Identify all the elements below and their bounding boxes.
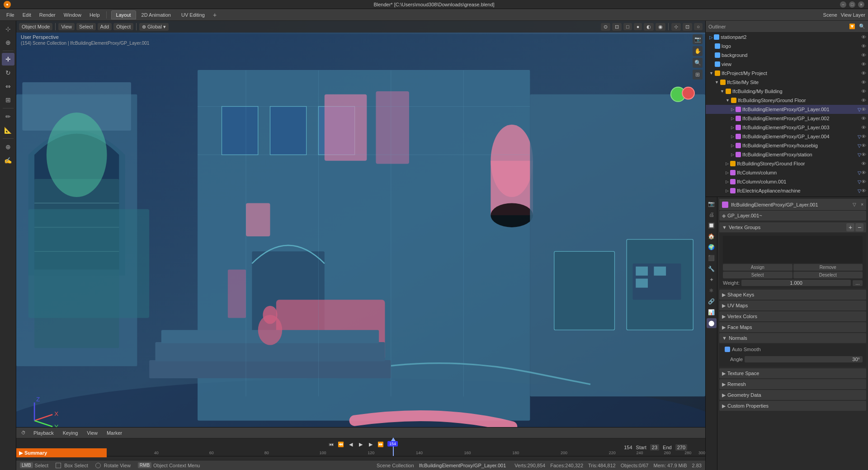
prop-tab-render[interactable]: 📷 bbox=[707, 199, 717, 209]
obj-props-close-btn[interactable]: × bbox=[861, 202, 863, 207]
tool-scale[interactable]: ⇔ bbox=[2, 80, 14, 93]
outliner-item-column001[interactable]: ▷ IfcColumn/column.001 ▽ 👁 bbox=[706, 177, 868, 186]
eye-column001[interactable]: 👁 bbox=[861, 179, 866, 184]
playback-btn[interactable]: Playback bbox=[31, 429, 57, 437]
texture-space-header[interactable]: ▶ Texture Space bbox=[719, 368, 866, 378]
menu-help[interactable]: Help bbox=[86, 11, 104, 19]
gp-filter-icon[interactable]: ▽ bbox=[853, 202, 856, 207]
tab-2d-animation[interactable]: 2D Animation bbox=[137, 10, 176, 19]
keying-btn[interactable]: Keying bbox=[60, 429, 81, 437]
prop-tab-world[interactable]: 🌍 bbox=[707, 242, 717, 252]
viewport-object-btn[interactable]: Object bbox=[113, 23, 133, 30]
next-frame-btn[interactable]: ▶ bbox=[367, 440, 375, 448]
play-btn[interactable]: ▶ bbox=[357, 440, 365, 448]
viewport-view-btn[interactable]: View bbox=[58, 23, 75, 30]
play-start-btn[interactable]: ⏮ bbox=[327, 440, 335, 448]
eye-housebig[interactable]: 👁 bbox=[861, 143, 866, 148]
prop-tab-scene[interactable]: 🏠 bbox=[707, 231, 717, 241]
viewport-solid-btn[interactable]: ● bbox=[634, 23, 642, 30]
outliner-item-gp-layer-002[interactable]: ▷ IfcBuildingElementProxy/GP_Layer.002 👁 bbox=[706, 114, 868, 123]
tab-uv-editing[interactable]: UV Editing bbox=[176, 10, 210, 19]
eye-logo[interactable]: 👁 bbox=[861, 43, 866, 49]
outliner-body[interactable]: ▷ stationpart2 👁 logo 👁 background bbox=[706, 33, 868, 197]
outliner-item-ifcproject[interactable]: ▼ IfcProject/My Project 👁 bbox=[706, 69, 868, 78]
menu-window[interactable]: Window bbox=[60, 11, 85, 19]
outliner-search-btn[interactable]: 🔍 bbox=[859, 24, 865, 29]
viewport-select-btn[interactable]: Select bbox=[76, 23, 96, 30]
prop-tab-object[interactable]: ⬛ bbox=[707, 253, 717, 263]
viewport-snap-btn[interactable]: ⊡ bbox=[683, 23, 692, 31]
viewport-3d[interactable]: X Y Z Object Mode View Select Add Object… bbox=[16, 21, 705, 470]
eye-column[interactable]: 👁 bbox=[861, 170, 866, 175]
outliner-item-ifcstoreyground2[interactable]: ▷ IfcBuildingStorey/Ground Floor 👁 bbox=[706, 159, 868, 168]
outliner-item-gp-layer-001[interactable]: ▷ IfcBuildingElementProxy/GP_Layer.001 ▽… bbox=[706, 105, 868, 114]
normals-header[interactable]: ▼ Normals bbox=[719, 333, 866, 343]
geometry-data-header[interactable]: ▶ Geometry Data bbox=[719, 390, 866, 400]
next-keyframe-btn[interactable]: ⏩ bbox=[377, 440, 385, 448]
view-camera-btn[interactable]: 📷 bbox=[693, 34, 703, 44]
vertex-groups-add-btn[interactable]: + bbox=[846, 223, 854, 231]
view-grid-btn[interactable]: ⊞ bbox=[693, 70, 703, 80]
vertex-colors-header[interactable]: ▶ Vertex Colors bbox=[719, 311, 866, 321]
outliner-item-view[interactable]: view 👁 bbox=[706, 60, 868, 69]
timeline-content[interactable]: 0 20 40 60 80 100 120 140 160 180 200 22… bbox=[16, 438, 705, 456]
eye-ifcstoreyground2[interactable]: 👁 bbox=[861, 161, 866, 166]
prev-frame-btn[interactable]: ◀ bbox=[347, 440, 355, 448]
marker-btn[interactable]: Marker bbox=[104, 429, 125, 437]
weight-value[interactable]: 1.000 bbox=[741, 280, 851, 286]
tool-move[interactable]: ✛ bbox=[2, 53, 14, 66]
prop-tab-particles[interactable]: ✦ bbox=[707, 275, 717, 285]
eye-gp002[interactable]: 👁 bbox=[861, 116, 866, 121]
eye-station[interactable]: 👁 bbox=[861, 152, 866, 157]
eye-view[interactable]: 👁 bbox=[861, 61, 866, 67]
auto-smooth-checkbox[interactable] bbox=[725, 347, 730, 352]
vg-assign-btn[interactable]: Assign bbox=[723, 264, 793, 271]
outliner-item-housebig[interactable]: ▷ IfcBuildingElementProxy/housebig ▽ 👁 bbox=[706, 141, 868, 150]
viewport-xray-btn[interactable]: ⊡ bbox=[612, 23, 622, 31]
uv-maps-header[interactable]: ▶ UV Maps bbox=[719, 301, 866, 310]
maximize-button[interactable]: □ bbox=[849, 1, 855, 8]
outliner-item-ifcstoreyground[interactable]: ▼ IfcBuildingStorey/Ground Floor 👁 bbox=[706, 96, 868, 105]
timeline-type-btn[interactable]: ⏱ bbox=[20, 429, 27, 437]
gp-layer-name-field[interactable]: ◆ GP_Layer.001~ bbox=[719, 211, 866, 221]
outliner-item-ifcbuilding[interactable]: ▼ IfcBuilding/My Building 👁 bbox=[706, 87, 868, 96]
vg-deselect-btn[interactable]: Deselect bbox=[793, 272, 863, 278]
outliner-item-station[interactable]: ▷ IfcBuildingElementProxy/station ▽ 👁 bbox=[706, 150, 868, 159]
prop-tab-modifier[interactable]: 🔧 bbox=[707, 264, 717, 274]
face-maps-header[interactable]: ▶ Face Maps bbox=[719, 322, 866, 332]
viewport-gizmo-btn[interactable]: ⊹ bbox=[671, 23, 681, 31]
vg-remove-btn[interactable]: Remove bbox=[793, 264, 863, 271]
prop-tab-material[interactable]: ⬤ bbox=[707, 318, 717, 328]
outliner-item-stationpart2[interactable]: ▷ stationpart2 👁 bbox=[706, 33, 868, 42]
tool-measure[interactable]: 📐 bbox=[2, 124, 14, 136]
outliner-item-background[interactable]: background 👁 bbox=[706, 51, 868, 60]
eye-ifcbuilding[interactable]: 👁 bbox=[861, 89, 866, 94]
prop-tab-physics[interactable]: ⚛ bbox=[707, 286, 717, 296]
eye-ifcproject[interactable]: 👁 bbox=[861, 70, 866, 76]
tool-rotate[interactable]: ↻ bbox=[2, 66, 14, 79]
vertex-groups-remove-btn[interactable]: − bbox=[855, 223, 863, 231]
custom-properties-header[interactable]: ▶ Custom Properties bbox=[719, 401, 866, 411]
eye-gp003[interactable]: 👁 bbox=[861, 125, 866, 130]
timeline-view-btn[interactable]: View bbox=[84, 429, 100, 437]
viewport-mode-btn[interactable]: Object Mode bbox=[19, 23, 52, 30]
outliner-item-column[interactable]: ▷ IfcColumn/column ▽ 👁 bbox=[706, 168, 868, 177]
outliner-item-machine001[interactable]: ▷ IfcElectricAppliance/machine.001 ▽ 👁 bbox=[706, 195, 868, 197]
view-zoom-btn[interactable]: 🔍 bbox=[693, 58, 703, 68]
view-hand-btn[interactable]: ✋ bbox=[693, 46, 703, 56]
viewport-material-btn[interactable]: ◐ bbox=[644, 23, 654, 31]
outliner-filter-btn[interactable]: 🔽 bbox=[849, 24, 855, 29]
outliner-item-gp-layer-003[interactable]: ▷ IfcBuildingElementProxy/GP_Layer.003 👁 bbox=[706, 123, 868, 132]
prop-tab-view-layer[interactable]: 🔲 bbox=[707, 221, 717, 230]
eye-gp004[interactable]: 👁 bbox=[861, 134, 866, 139]
prop-tab-constraints[interactable]: 🔗 bbox=[707, 296, 717, 306]
remesh-header[interactable]: ▶ Remesh bbox=[719, 379, 866, 389]
angle-value[interactable]: 30° bbox=[745, 356, 863, 362]
eye-stationpart2[interactable]: 👁 bbox=[861, 34, 866, 40]
end-frame[interactable]: 270 bbox=[675, 444, 687, 451]
prev-keyframe-btn[interactable]: ⏪ bbox=[337, 440, 345, 448]
outliner-item-ifcsite[interactable]: ▼ IfcSite/My Site 👁 bbox=[706, 78, 868, 87]
eye-ifcstoreyground[interactable]: 👁 bbox=[861, 98, 866, 103]
tool-annotate[interactable]: ✏ bbox=[2, 110, 14, 123]
menu-file[interactable]: File bbox=[3, 11, 18, 19]
